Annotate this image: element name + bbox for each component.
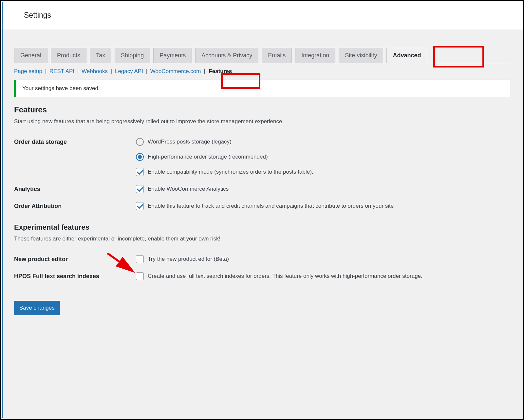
checkbox-order-attribution[interactable] — [136, 202, 144, 210]
features-desc: Start using new features that are being … — [14, 118, 510, 125]
row-order-data-storage: Order data storage WordPress posts stora… — [14, 138, 510, 176]
tab-emails[interactable]: Emails — [262, 48, 292, 63]
subtab-legacy-api[interactable]: Legacy API — [115, 68, 143, 74]
radio-hpos-storage-label: High-performance order storage (recommen… — [148, 154, 268, 160]
separator: | — [204, 68, 205, 74]
page-title: Settings — [24, 11, 510, 20]
checkbox-hpos-fts[interactable] — [136, 272, 144, 280]
advanced-subtabs: Page setup | REST API | Webhooks | Legac… — [14, 63, 510, 80]
subtab-page-setup[interactable]: Page setup — [14, 68, 42, 74]
radio-hpos-storage[interactable] — [136, 153, 144, 161]
tab-accounts-privacy[interactable]: Accounts & Privacy — [195, 48, 258, 63]
notice-saved: Your settings have been saved. — [14, 80, 510, 97]
tab-advanced[interactable]: Advanced — [386, 48, 427, 63]
row-hpos-fts: HPOS Full text search indexes Create and… — [14, 272, 510, 280]
tab-tax[interactable]: Tax — [90, 48, 111, 63]
label-order-attribution: Order Attribution — [14, 202, 136, 210]
tab-shipping[interactable]: Shipping — [115, 48, 150, 63]
radio-legacy-storage[interactable] — [136, 138, 144, 146]
separator: | — [77, 68, 79, 74]
checkbox-hpos-fts-label: Create and use full text search indexes … — [148, 273, 422, 279]
subtab-features[interactable]: Features — [208, 68, 233, 74]
page-header: Settings — [1, 1, 523, 29]
experimental-desc: These features are either experimental o… — [14, 236, 510, 242]
separator: | — [146, 68, 147, 74]
radio-legacy-storage-label: WordPress posts storage (legacy) — [148, 139, 232, 145]
save-changes-button[interactable]: Save changes — [14, 301, 60, 315]
features-heading: Features — [14, 105, 510, 114]
tab-products[interactable]: Products — [51, 48, 86, 63]
label-hpos-fts: HPOS Full text search indexes — [14, 272, 136, 280]
checkbox-analytics-label: Enable WooCommerce Analytics — [148, 186, 229, 192]
separator: | — [45, 68, 47, 74]
row-new-product-editor: New product editor Try the new product e… — [14, 255, 510, 263]
experimental-heading: Experimental features — [14, 223, 510, 232]
label-order-data-storage: Order data storage — [14, 138, 136, 145]
subtab-woocommerce-com[interactable]: WooCommerce.com — [150, 68, 201, 74]
notice-text: Your settings have been saved. — [22, 85, 100, 91]
row-order-attribution: Order Attribution Enable this feature to… — [14, 202, 510, 210]
subtab-webhooks[interactable]: Webhooks — [82, 68, 108, 74]
label-analytics: Analytics — [14, 185, 136, 193]
separator: | — [111, 68, 112, 74]
checkbox-compat-mode-label: Enable compatibility mode (synchronizes … — [148, 169, 313, 175]
label-new-product-editor: New product editor — [14, 255, 136, 263]
checkbox-new-product-editor-label: Try the new product editor (Beta) — [148, 256, 229, 262]
row-analytics: Analytics Enable WooCommerce Analytics — [14, 185, 510, 193]
checkbox-order-attribution-label: Enable this feature to track and credit … — [148, 203, 394, 209]
subtab-rest-api[interactable]: REST API — [49, 68, 74, 74]
tab-general[interactable]: General — [14, 48, 47, 63]
left-accent-bar — [2, 2, 3, 418]
tab-site-visibility[interactable]: Site visibility — [339, 48, 383, 63]
checkbox-new-product-editor[interactable] — [136, 255, 144, 263]
checkbox-compat-mode[interactable] — [136, 168, 144, 176]
settings-tabs: General Products Tax Shipping Payments A… — [14, 29, 510, 63]
tab-integration[interactable]: Integration — [295, 48, 335, 63]
tab-payments[interactable]: Payments — [153, 48, 192, 63]
checkbox-analytics[interactable] — [136, 185, 144, 193]
